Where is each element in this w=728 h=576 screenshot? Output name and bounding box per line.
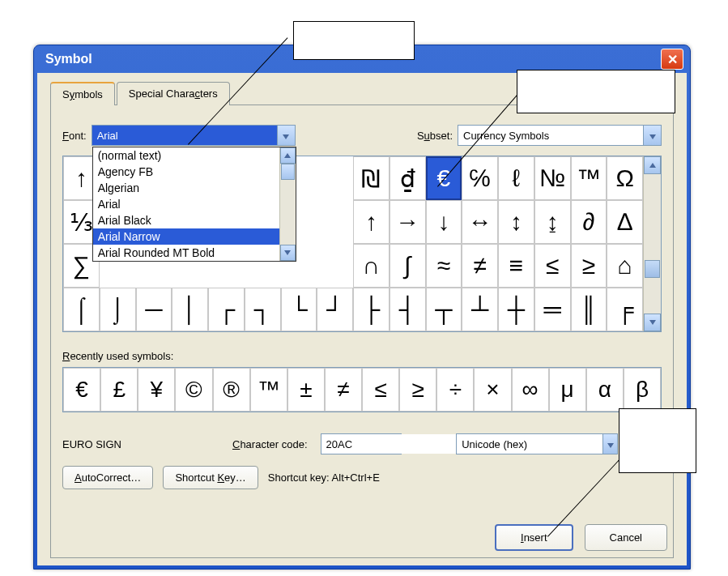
recent-grid: €£¥©®™±≠≤≥÷×∞μαβ [62, 367, 662, 412]
autocorrect-button[interactable]: AutoCorrect… [62, 466, 153, 489]
symbol-cell[interactable]: ┬ [426, 288, 462, 331]
font-label: Font: [62, 130, 87, 142]
charcode-field[interactable] [321, 433, 402, 454]
callout-box-1 [293, 21, 415, 60]
recent-symbol-cell[interactable]: α [586, 368, 624, 412]
subset-input[interactable] [458, 126, 643, 145]
scroll-up-button[interactable] [644, 156, 661, 174]
close-icon: ✕ [667, 52, 678, 67]
font-option[interactable]: Algerian [93, 180, 296, 196]
symbol-cell[interactable]: ┼ [498, 288, 534, 331]
symbol-cell[interactable]: Ω [607, 156, 643, 200]
symbol-cell[interactable]: ⌡ [100, 288, 136, 331]
symbol-cell[interactable]: ┴ [462, 288, 498, 331]
callout-box-2 [517, 70, 675, 113]
recent-symbol-cell[interactable]: £ [100, 368, 138, 412]
recent-symbol-cell[interactable]: β [624, 368, 661, 412]
subset-dropdown-button[interactable] [643, 126, 661, 145]
from-input[interactable] [457, 434, 602, 454]
dropdown-scrollbar[interactable] [279, 147, 296, 261]
font-option[interactable]: Arial Narrow [93, 228, 296, 245]
font-option[interactable]: Arial [93, 196, 296, 212]
symbol-cell[interactable]: ┤ [390, 288, 426, 331]
symbol-cell[interactable]: ℅ [462, 156, 498, 200]
symbol-cell[interactable]: ↑ [353, 200, 390, 244]
symbol-cell[interactable]: ≠ [462, 244, 498, 288]
symbol-cell[interactable]: ∆ [607, 200, 643, 244]
recent-symbol-cell[interactable]: ≥ [399, 368, 436, 412]
recent-symbol-cell[interactable]: ≤ [362, 368, 399, 412]
symbol-cell[interactable]: ═ [534, 288, 571, 331]
insert-button[interactable]: Insert [495, 524, 573, 551]
font-dropdown-list: (normal text) Agency FB Algerian Arial A… [92, 147, 296, 262]
scroll-down-button[interactable] [280, 245, 296, 261]
symbol-cell[interactable]: ℓ [498, 156, 534, 200]
chevron-down-icon [607, 438, 614, 450]
from-dropdown-button[interactable] [602, 434, 617, 454]
symbol-cell[interactable]: ₫ [390, 156, 426, 200]
symbol-cell[interactable]: ┌ [208, 288, 245, 331]
close-button[interactable]: ✕ [661, 49, 683, 70]
scroll-up-button[interactable] [280, 147, 296, 164]
cancel-button[interactable]: Cancel [585, 524, 667, 551]
recent-label: Recently used symbols: [62, 350, 662, 362]
symbol-cell[interactable]: ≥ [571, 244, 607, 288]
recent-symbol-cell[interactable]: ¥ [138, 368, 175, 412]
character-name: EURO SIGN [62, 438, 224, 450]
font-dropdown-button[interactable] [277, 126, 295, 145]
font-input[interactable] [92, 126, 277, 145]
symbol-cell[interactable]: ∂ [571, 200, 607, 244]
symbol-cell[interactable]: ≡ [498, 244, 534, 288]
symbol-cell[interactable]: ⌠ [63, 288, 100, 331]
symbol-cell[interactable]: ↓ [426, 200, 462, 244]
recent-symbol-cell[interactable]: ® [213, 368, 250, 412]
font-option[interactable]: Agency FB [93, 164, 296, 180]
symbol-cell[interactable]: ₪ [353, 156, 390, 200]
symbol-cell[interactable]: ↨ [534, 200, 571, 244]
recent-symbol-cell[interactable]: ≠ [325, 368, 362, 412]
symbol-cell[interactable]: │ [172, 288, 208, 331]
symbol-cell[interactable]: ™ [571, 156, 607, 200]
tab-symbols[interactable]: Symbols [50, 82, 115, 105]
symbol-cell[interactable]: ║ [571, 288, 607, 331]
recent-symbol-cell[interactable]: μ [549, 368, 586, 412]
symbol-cell[interactable]: ├ [353, 288, 390, 331]
symbol-cell[interactable]: № [534, 156, 571, 200]
symbol-cell[interactable]: ∫ [390, 244, 426, 288]
symbol-cell[interactable]: └ [281, 288, 317, 331]
recent-symbol-cell[interactable]: ™ [250, 368, 287, 412]
symbol-cell[interactable]: ⌂ [607, 244, 643, 288]
shortcut-key-text: Shortcut key: Alt+Ctrl+E [268, 471, 380, 484]
scroll-thumb[interactable] [645, 260, 660, 278]
charcode-input[interactable] [321, 434, 467, 454]
font-option[interactable]: Arial Black [93, 212, 296, 228]
symbol-cell[interactable]: ┐ [245, 288, 281, 331]
font-option[interactable]: (normal text) [93, 147, 296, 164]
font-combo[interactable]: (normal text) Agency FB Algerian Arial A… [92, 125, 296, 146]
scroll-down-button[interactable] [644, 314, 661, 331]
symbol-cell[interactable]: ≤ [534, 244, 571, 288]
scroll-thumb[interactable] [281, 164, 295, 180]
symbol-cell[interactable]: → [390, 200, 426, 244]
symbol-cell[interactable]: ↕ [498, 200, 534, 244]
tab-panel: Font: (normal text) Agency FB Algerian A… [50, 105, 674, 558]
recent-symbol-cell[interactable]: ∞ [512, 368, 549, 412]
tab-special-characters[interactable]: Special Characters [117, 82, 230, 105]
symbol-cell[interactable]: ┘ [317, 288, 353, 331]
recent-symbol-cell[interactable]: € [63, 368, 100, 412]
font-option[interactable]: Arial Rounded MT Bold [93, 245, 296, 261]
recent-symbol-cell[interactable]: © [175, 368, 212, 412]
symbol-cell[interactable]: ↔ [462, 200, 498, 244]
symbol-cell[interactable]: ≈ [426, 244, 462, 288]
symbol-dialog: Symbol ✕ Symbols Special Characters Font… [33, 45, 691, 570]
grid-scrollbar[interactable] [643, 156, 661, 331]
symbol-cell[interactable]: ─ [136, 288, 172, 331]
recent-symbol-cell[interactable]: ÷ [436, 368, 474, 412]
symbol-cell[interactable]: ∩ [353, 244, 390, 288]
charcode-label: Character code: [232, 438, 308, 450]
symbol-cell[interactable]: ╒ [607, 288, 643, 331]
shortcut-key-button[interactable]: Shortcut Key… [163, 466, 258, 489]
recent-symbol-cell[interactable]: ± [287, 368, 325, 412]
from-combo[interactable] [456, 433, 618, 454]
recent-symbol-cell[interactable]: × [474, 368, 511, 412]
